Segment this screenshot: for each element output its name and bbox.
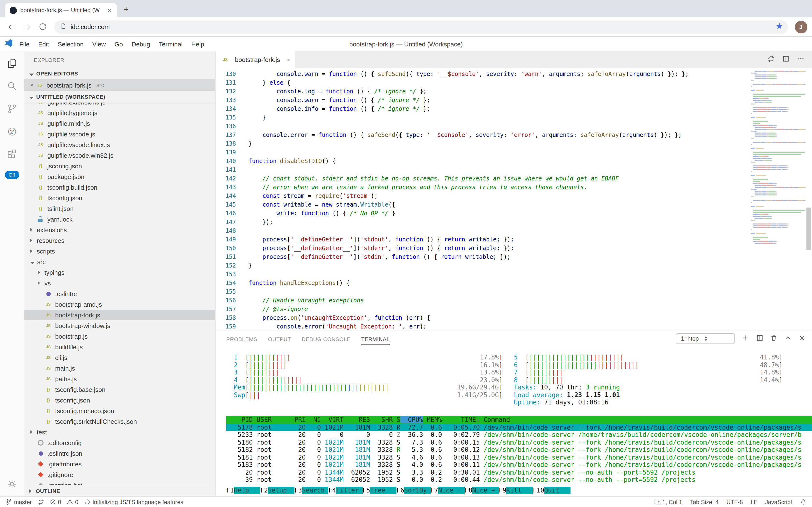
tree-folder-scripts[interactable]: scripts (24, 246, 215, 257)
fkey-label-search[interactable]: Search (302, 487, 328, 494)
panel-tab-problems[interactable]: PROBLEMS (226, 333, 257, 345)
avatar[interactable]: J (795, 20, 807, 33)
fkey-f4[interactable]: F4 (328, 487, 336, 494)
debug-icon[interactable] (6, 125, 18, 138)
editor-scrollbar-thumb[interactable] (806, 208, 811, 250)
fkey-f10[interactable]: F10 (533, 487, 544, 494)
panel-tab-output[interactable]: OUTPUT (268, 333, 291, 345)
fkey-label-kill[interactable]: Kill (506, 487, 533, 494)
warnings-count[interactable]: 0 (67, 499, 78, 505)
eol[interactable]: LF (751, 499, 757, 505)
tree-file--mention-bot[interactable]: .mention-bot (24, 480, 215, 485)
fkey-f3[interactable]: F3 (295, 487, 302, 494)
fkey-label-filter[interactable]: Filter (336, 487, 363, 494)
terminal[interactable]: 1 [||||||||||| 17.8%] 5 [|||||||||||||||… (215, 347, 812, 496)
outline-header[interactable]: OUTLINE (24, 485, 215, 496)
menu-help[interactable]: Help (187, 39, 208, 49)
tree-file--eslintrc-json[interactable]: .eslintrc.json (24, 448, 215, 459)
fkey-f7[interactable]: F7 (431, 487, 438, 494)
tree-folder-extensions[interactable]: extensions (24, 224, 215, 235)
language-mode[interactable]: JavaScript (765, 499, 792, 505)
code-editor[interactable]: 130 console.warn = function () { safeSen… (215, 68, 812, 330)
tree-file-tsconfig-build-json[interactable]: tsconfig.build.json (24, 182, 215, 192)
settings-gear-icon[interactable] (6, 478, 18, 491)
tree-file-package-json[interactable]: package.json (24, 171, 215, 182)
tree-file-gulpfile-vscode-js[interactable]: gulpfile.vscode.js (24, 129, 215, 139)
panel-tab-debug-console[interactable]: DEBUG CONSOLE (302, 333, 351, 345)
tree-file--editorconfig[interactable]: .editorconfig (24, 437, 215, 448)
cursor-position[interactable]: Ln 1, Col 1 (654, 499, 682, 505)
source-control-icon[interactable] (6, 103, 18, 115)
menu-file[interactable]: File (15, 39, 34, 49)
tree-file-bootstrap-amd-js[interactable]: bootstrap-amd.js (24, 299, 215, 309)
editor-tab[interactable]: bootstrap-fork.js × (215, 51, 295, 68)
fkey-label-nice-[interactable]: Nice + (473, 487, 499, 494)
tree-file-jsconfig-json[interactable]: jsconfig.json (24, 161, 215, 171)
kill-terminal-icon[interactable] (770, 334, 777, 343)
new-tab-button[interactable]: + (120, 3, 132, 16)
tree-file-gulpfile-vscode-linux-js[interactable]: gulpfile.vscode.linux.js (24, 139, 215, 150)
maximize-panel-icon[interactable] (784, 334, 791, 343)
menu-debug[interactable]: Debug (128, 39, 154, 49)
menu-terminal[interactable]: Terminal (155, 39, 186, 49)
panel-tab-terminal[interactable]: TERMINAL (361, 333, 390, 345)
new-terminal-icon[interactable] (742, 334, 749, 343)
tree-file-tsconfig-base-json[interactable]: tsconfig.base.json (24, 384, 215, 395)
tree-file-gulpfile-vscode-win32-js[interactable]: gulpfile.vscode.win32.js (24, 150, 215, 161)
notifications[interactable] (800, 499, 806, 505)
sync-editor-icon[interactable] (767, 55, 774, 64)
close-panel-icon[interactable] (798, 334, 805, 343)
extensions-icon[interactable] (6, 148, 18, 161)
reload-icon[interactable] (36, 20, 49, 34)
more-actions-icon[interactable] (797, 55, 804, 64)
terminal-picker[interactable]: 1: htop (676, 333, 735, 344)
tree-file-yarn-lock[interactable]: yarn.lock (24, 214, 215, 224)
close-editor-icon[interactable]: × (28, 82, 36, 88)
tree-file--eslintrc[interactable]: .eslintrc (24, 288, 215, 299)
tree-file-bootstrap-js[interactable]: bootstrap.js (24, 331, 215, 342)
tree-folder-test[interactable]: test (24, 427, 215, 437)
fkey-f9[interactable]: F9 (499, 487, 506, 494)
tree-file-paths-js[interactable]: paths.js (24, 374, 215, 384)
split-editor-icon[interactable] (782, 55, 789, 64)
bookmark-star-icon[interactable] (775, 22, 783, 32)
encoding[interactable]: UTF-8 (727, 499, 743, 505)
browser-tab[interactable]: bootstrap-fork.js — Untitled (W × (5, 3, 117, 17)
sync-button[interactable] (38, 499, 44, 505)
fkey-f6[interactable]: F6 (397, 487, 404, 494)
site-info-icon[interactable] (60, 22, 67, 31)
tree-file-main-js[interactable]: main.js (24, 363, 215, 374)
fkey-label-tree[interactable]: Tree (370, 487, 397, 494)
open-editors-header[interactable]: OPEN EDITORS (24, 68, 215, 79)
address-bar[interactable]: ide.coder.com (54, 20, 788, 34)
indentation[interactable]: Tab Size: 4 (690, 499, 719, 505)
fkey-f2[interactable]: F2 (260, 487, 268, 494)
tab-close-icon[interactable]: × (106, 6, 113, 14)
tree-file--gitattributes[interactable]: .gitattributes (24, 459, 215, 469)
open-editor-item[interactable]: × bootstrap-fork.js src (24, 79, 215, 91)
tree-file-tsconfig-json[interactable]: tsconfig.json (24, 395, 215, 405)
tree-folder-src[interactable]: src (24, 257, 215, 267)
fkey-label-help[interactable]: Help (234, 487, 260, 494)
tree-folder-typings[interactable]: typings (24, 267, 215, 278)
code-area[interactable]: 130 console.warn = function () { safeSen… (215, 68, 748, 330)
search-icon[interactable] (6, 80, 18, 93)
tree-file--gitignore[interactable]: .gitignore (24, 469, 215, 480)
fkey-f1[interactable]: F1 (226, 487, 234, 494)
fkey-label-quit[interactable]: Quit (544, 487, 571, 494)
tree-file-tsconfig-strictnullchecks-json[interactable]: tsconfig.strictNullChecks.json (24, 416, 215, 427)
back-icon[interactable] (5, 20, 18, 34)
fkey-label-sortby[interactable]: SortBy (404, 487, 431, 494)
close-tab-icon[interactable]: × (287, 56, 290, 63)
forward-icon[interactable] (20, 20, 34, 34)
fkey-f5[interactable]: F5 (363, 487, 370, 494)
tree-file-buildfile-js[interactable]: buildfile.js (24, 342, 215, 352)
tree-file-cli-js[interactable]: cli.js (24, 352, 215, 363)
tree-file-tsconfig-monaco-json[interactable]: tsconfig.monaco.json (24, 405, 215, 416)
branch-status[interactable]: master (6, 499, 32, 505)
tree-file-gulpfile-mixin-js[interactable]: gulpfile.mixin.js (24, 118, 215, 129)
tree-file-tsconfig-json[interactable]: tsconfig.json (24, 192, 215, 203)
tree-folder-resources[interactable]: resources (24, 235, 215, 246)
tree-folder-vs[interactable]: vs (24, 278, 215, 288)
explorer-icon[interactable] (6, 57, 18, 70)
